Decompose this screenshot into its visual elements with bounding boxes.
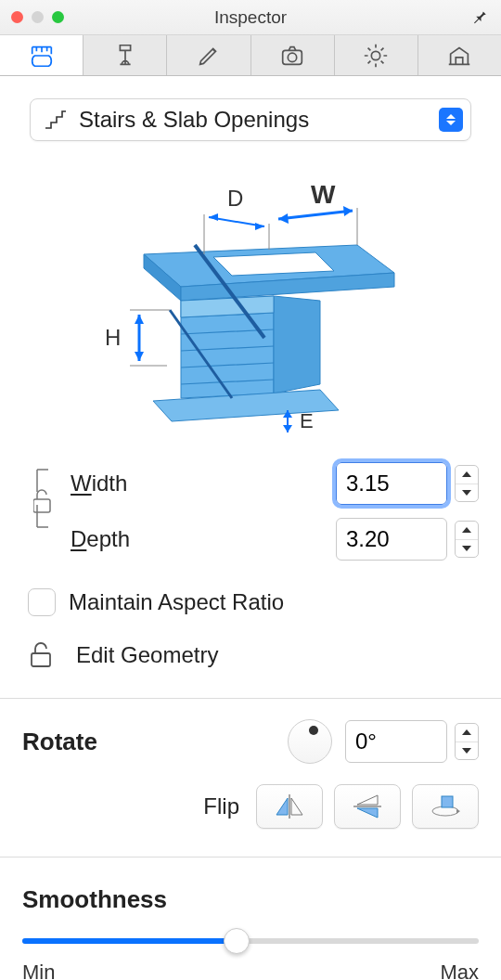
svg-marker-34 [357, 795, 378, 805]
svg-marker-33 [291, 798, 302, 815]
slider-thumb[interactable] [224, 928, 250, 954]
svg-marker-35 [357, 808, 378, 818]
diagram-w-label: W [311, 180, 336, 209]
rotate-dial[interactable] [288, 719, 332, 764]
zoom-window-button[interactable] [52, 11, 64, 23]
width-stepper[interactable] [455, 465, 479, 502]
tab-camera[interactable] [251, 35, 335, 75]
svg-line-18 [278, 211, 353, 219]
flip-label: Flip [203, 793, 239, 819]
tab-materials[interactable] [84, 35, 167, 75]
diagram-d-label: D [227, 186, 243, 211]
edit-geometry-button[interactable]: Edit Geometry [22, 640, 479, 670]
dropdown-chevron-icon [439, 108, 463, 132]
minimize-window-button[interactable] [32, 11, 44, 23]
width-step-down[interactable] [456, 484, 478, 502]
divider-2 [0, 857, 501, 858]
smoothness-min-label: Min [22, 961, 55, 980]
svg-marker-19 [278, 213, 289, 224]
flip-vertical-icon [352, 793, 383, 820]
svg-point-1 [288, 53, 296, 61]
slider-fill [22, 938, 237, 944]
smoothness-max-label: Max [440, 961, 479, 980]
flip-horizontal-button[interactable] [256, 784, 323, 829]
inspector-tabs [0, 35, 501, 76]
svg-marker-14 [209, 213, 218, 221]
svg-rect-30 [33, 499, 50, 512]
svg-marker-29 [283, 425, 292, 432]
depth-step-down[interactable] [456, 540, 478, 558]
rotate-stepper[interactable] [455, 723, 479, 760]
stairs-diagram: D W H E [22, 161, 479, 440]
window-title: Inspector [0, 7, 501, 28]
smoothness-label: Smoothness [22, 885, 167, 913]
rotate-label: Rotate [22, 728, 97, 756]
svg-marker-8 [274, 296, 320, 393]
svg-point-2 [372, 51, 380, 59]
depth-stepper[interactable] [455, 521, 479, 558]
titlebar: Inspector [0, 0, 501, 35]
flip-rotate-button[interactable] [412, 784, 479, 829]
maintain-aspect-label: Maintain Aspect Ratio [69, 589, 284, 615]
svg-marker-20 [343, 206, 353, 216]
diagram-e-label: E [300, 409, 314, 432]
edit-geometry-icon [28, 640, 58, 670]
pin-icon[interactable] [471, 7, 488, 29]
flip-horizontal-icon [274, 793, 305, 820]
svg-marker-23 [135, 315, 144, 324]
divider [0, 698, 501, 699]
maintain-aspect-checkbox[interactable] [28, 588, 56, 616]
svg-marker-15 [255, 223, 264, 230]
rotate-step-up[interactable] [456, 724, 478, 742]
flip-vertical-button[interactable] [334, 784, 401, 829]
edit-geometry-label: Edit Geometry [76, 642, 218, 668]
rotate-3d-icon [430, 793, 461, 820]
depth-input[interactable] [336, 518, 447, 561]
tab-edit[interactable] [167, 35, 250, 75]
width-step-up[interactable] [456, 466, 478, 484]
depth-label: Depth [71, 526, 336, 552]
window-controls [0, 11, 64, 23]
svg-rect-38 [442, 796, 453, 807]
smoothness-slider[interactable] [22, 938, 479, 944]
tab-dimensions[interactable] [0, 35, 84, 75]
depth-step-up[interactable] [456, 522, 478, 540]
stairs-icon [44, 110, 68, 130]
selector-label: Stairs & Slab Openings [79, 107, 309, 133]
svg-marker-32 [276, 798, 288, 815]
width-label: Width [71, 471, 336, 496]
lock-aspect-icon[interactable] [28, 466, 71, 531]
diagram-h-label: H [105, 325, 121, 350]
svg-marker-24 [135, 352, 144, 361]
tab-building[interactable] [418, 35, 501, 75]
rotate-step-down[interactable] [456, 742, 478, 760]
close-window-button[interactable] [11, 11, 23, 23]
svg-rect-31 [32, 653, 50, 666]
object-type-selector[interactable]: Stairs & Slab Openings [30, 98, 471, 141]
width-input[interactable] [336, 462, 447, 505]
svg-marker-6 [213, 252, 334, 276]
tab-lighting[interactable] [335, 35, 418, 75]
rotate-input[interactable] [345, 720, 447, 763]
